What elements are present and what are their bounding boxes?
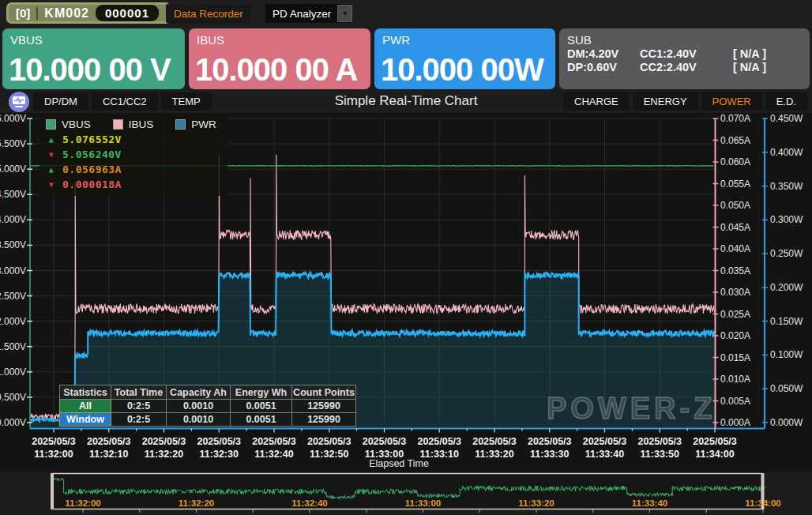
overview-range-selector[interactable]: 11:32:0011:32:2011:32:4011:33:0011:33:20… [0, 472, 812, 515]
current-tick-label: 0.025A [720, 309, 750, 320]
statistics-table: StatisticsTotal TimeCapacity AhEnergy Wh… [59, 385, 356, 427]
voltage-tick-label: 6.000V [0, 113, 26, 124]
current-tick-label: 0.015A [720, 352, 750, 363]
stat-value: 0.000018A [62, 179, 122, 190]
stats-header-4: Count Points [292, 385, 356, 400]
x-tick-date-label: 2025/05/3 [32, 436, 76, 447]
tab-charge[interactable]: CHARGE [563, 92, 630, 111]
sub-value-1-2: [ N/A ] [733, 61, 810, 73]
legend-box: VBUSIBUSPWR ▲5.076552V▼5.056240V▲0.05696… [39, 115, 227, 196]
current-tick-label: 0.050A [720, 200, 750, 211]
stats-cell: 0.0010 [167, 400, 231, 413]
vbus-value: 10.000 00 V [9, 54, 185, 85]
current-tick-label: 0.055A [720, 179, 750, 190]
ibus-value: 10.000 00 A [195, 54, 370, 85]
device-index: [0] [16, 6, 30, 20]
right-tab-group: CHARGEENERGYPOWERE.D. [563, 92, 807, 111]
tab-power[interactable]: POWER [701, 92, 762, 111]
x-axis-title: Elapsed Time [336, 458, 462, 469]
voltage-tick-label: 1.500V [0, 341, 26, 352]
dropdown-arrow-icon[interactable]: ▼ [337, 5, 352, 22]
legend-item-vbus[interactable]: VBUS [46, 118, 91, 130]
stats-header-2: Capacity Ah [167, 385, 231, 400]
overview-time-label: 11:34:00 [745, 498, 780, 508]
tab-energy[interactable]: ENERGY [633, 92, 698, 111]
overview-time-label: 11:32:40 [291, 498, 327, 508]
stats-header-0: Statistics [60, 385, 111, 400]
stats-header-3: Energy Wh [231, 385, 292, 400]
voltage-tick-label: 0.500V [0, 392, 26, 403]
ibus-label: IBUS [197, 33, 370, 47]
power-tick-label: 0.450W [770, 113, 803, 124]
power-tick-label: 0.150W [770, 316, 803, 327]
max-arrow-icon: ▲ [46, 165, 57, 174]
x-tick-date-label: 2025/05/3 [528, 436, 572, 447]
stat-value: 5.076552V [62, 133, 122, 145]
x-tick-date-label: 2025/05/3 [693, 436, 737, 447]
stats-cell: 0.0051 [231, 400, 292, 413]
overview-time-label: 11:33:00 [405, 498, 441, 508]
power-tick-label: 0.100W [770, 349, 803, 360]
stat-row-1: ▼5.056240V [46, 148, 216, 160]
sub-value-1-0: DP:0.60V [567, 61, 640, 73]
power-tick-label: 0.300W [770, 214, 803, 225]
legend-label: PWR [191, 118, 216, 130]
device-tab[interactable]: [0] KM002 000001 [6, 2, 179, 24]
tab-e-d-[interactable]: E.D. [765, 92, 807, 111]
power-tick-label: 0.000W [770, 417, 803, 428]
stats-cell: 0.0051 [231, 413, 292, 427]
x-tick-date-label: 2025/05/3 [472, 436, 517, 447]
voltage-tick-label: 3.000V [0, 265, 26, 276]
range-handle-left[interactable] [51, 473, 54, 509]
overview-time-label: 11:33:20 [518, 498, 554, 508]
stat-row-2: ▲0.056963A [46, 164, 216, 175]
stats-row-name[interactable]: Window [60, 413, 111, 427]
x-tick-time-label: 11:33:40 [585, 449, 624, 460]
power-z-app-window: [0] KM002 000001 Data Recorder PD Analyz… [0, 0, 812, 515]
device-serial: 000001 [96, 5, 159, 21]
x-tick-time-label: 11:34:00 [695, 449, 734, 460]
x-tick-time-label: 11:32:00 [34, 449, 73, 460]
legend-item-pwr[interactable]: PWR [175, 118, 216, 130]
power-tick-label: 0.200W [770, 282, 803, 293]
vbus-swatch-icon [46, 119, 56, 130]
pwr-card: PWR 10.000 00W [374, 28, 555, 89]
voltage-tick-label: 2.500V [0, 291, 26, 302]
legend-label: VBUS [62, 118, 91, 130]
vbus-card: VBUS 10.000 00 V [2, 28, 185, 89]
legend-item-ibus[interactable]: IBUS [113, 118, 154, 130]
x-tick-date-label: 2025/05/3 [197, 436, 241, 447]
x-tick-time-label: 11:33:30 [530, 449, 569, 460]
x-tick-date-label: 2025/05/3 [142, 436, 186, 447]
title-bar: [0] KM002 000001 Data Recorder PD Analyz… [0, 0, 812, 27]
voltage-tick-label: 4.000V [0, 214, 26, 225]
stats-cell: 0:2:5 [111, 413, 167, 427]
stat-row-0: ▲5.076552V [46, 133, 216, 145]
current-tick-label: 0.010A [720, 374, 750, 385]
x-tick-time-label: 11:32:20 [145, 449, 183, 460]
x-tick-date-label: 2025/05/3 [637, 436, 682, 447]
legend-stats: ▲5.076552V▼5.056240V▲0.056963A▼0.000018A [46, 133, 216, 190]
data-recorder-button[interactable]: Data Recorder [166, 4, 251, 23]
metric-cards-row: VBUS 10.000 00 V IBUS 10.000 00 A PWR 10… [2, 28, 810, 89]
sub-label: SUB [567, 33, 810, 47]
x-tick-date-label: 2025/05/3 [252, 436, 296, 447]
power-tick-label: 0.250W [770, 248, 803, 259]
x-tick-time-label: 11:32:30 [200, 449, 239, 460]
pwr-label: PWR [382, 33, 555, 47]
legend-row: VBUSIBUSPWR [46, 118, 216, 130]
overview-time-label: 11:32:00 [65, 498, 100, 508]
current-tick-label: 0.020A [720, 330, 750, 341]
x-tick-date-label: 2025/05/3 [307, 436, 351, 447]
pd-analyzer-select[interactable]: PD Analyzer ▼ [265, 4, 352, 23]
x-tick-time-label: 11:32:10 [89, 449, 128, 460]
voltage-tick-label: 2.000V [0, 316, 26, 327]
power-z-watermark: POWER-Z [547, 392, 716, 426]
stat-row-3: ▼0.000018A [46, 179, 216, 190]
stats-row-name[interactable]: All [60, 400, 111, 413]
voltage-tick-label: 4.500V [0, 189, 26, 200]
legend-label: IBUS [129, 118, 154, 130]
sub-value-1-1: CC2:2.40V [640, 61, 733, 73]
data-recorder-label: Data Recorder [174, 8, 243, 20]
sub-card: SUB DM:4.20VCC1:2.40V[ N/A ]DP:0.60VCC2:… [559, 28, 810, 89]
